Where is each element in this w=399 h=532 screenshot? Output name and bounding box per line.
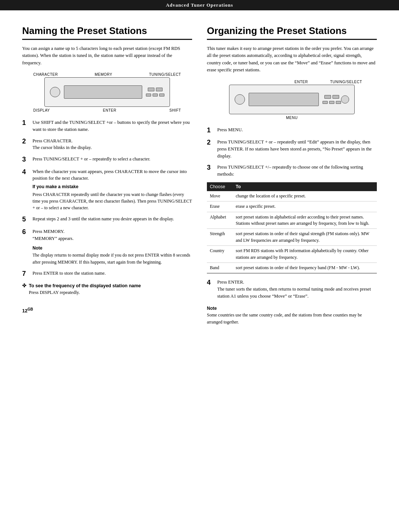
right-device-screen (249, 93, 319, 106)
step-7: 7 Press ENTER to store the station name. (22, 270, 192, 278)
header-bar: Advanced Tuner Operations (0, 0, 399, 10)
right-label-tuning: TUNING/SELECT (330, 80, 362, 84)
device-btn-5 (159, 94, 164, 96)
step-3: 3 Press TUNING/SELECT + or – repeatedly … (22, 156, 192, 164)
step-5: 5 Repeat steps 2 and 3 until the station… (22, 216, 192, 224)
right-device-illustration (229, 85, 355, 114)
step-1-content: Use SHIFT and the TUNING/SELECT +or – bu… (33, 119, 192, 133)
right-step-2-content: Press TUNING/SELECT + or – repeatedly un… (217, 139, 377, 159)
step-7-number: 7 (22, 270, 29, 278)
right-device-btn-5 (336, 101, 341, 104)
device-btn-4 (153, 94, 158, 96)
right-step-2-number: 2 (207, 139, 214, 159)
step-7-text: Press ENTER to store the station name. (33, 271, 106, 276)
label-display: DISPLAY (33, 108, 50, 112)
device-btn-1 (148, 88, 154, 91)
label-shift: SHIFT (170, 108, 181, 112)
right-diagram-labels-top: ENTER TUNING/SELECT (207, 80, 377, 84)
tip-content: To see the frequency of the displayed st… (29, 282, 192, 297)
tip-icon: ✤ (22, 282, 27, 289)
table-cell-to: sort FM RDS stations with PI information… (233, 246, 377, 263)
table-cell-to: sort preset stations in order of their f… (233, 262, 377, 273)
right-device-btn-4 (329, 101, 334, 104)
right-step-1: 1 Press MENU. (207, 126, 377, 135)
step-4-note-heading: If you make a mistake (33, 183, 192, 190)
label-character: CHARACTER (33, 72, 58, 77)
right-step-2-text: Press TUNING/SELECT + or – repeatedly un… (217, 139, 372, 159)
right-step-3-number: 3 (207, 164, 214, 178)
left-diagram-labels-top: CHARACTER MEMORY TUNING/SELECT (22, 72, 192, 77)
left-intro: You can assign a name up to 5 characters… (22, 45, 192, 67)
table-cell-choose: Alphabet (207, 212, 233, 229)
table-row: Alphabetsort preset stations in alphabet… (207, 212, 377, 229)
right-device-btn-3 (323, 101, 328, 104)
sort-table: Choose To Movechange the location of a s… (207, 182, 377, 274)
table-cell-to: erase a specific preset. (233, 201, 377, 212)
right-device-btn-1 (324, 95, 331, 99)
step-5-text: Repeat steps 2 and 3 until the station n… (33, 216, 174, 221)
right-step-3-text: Press TUNING/SELECT +/– repeatedly to ch… (217, 165, 363, 177)
step-6-text: Press MEMORY. (33, 229, 65, 234)
step-4-content: When the character you want appears, pre… (33, 168, 192, 211)
step-6: 6 Press MEMORY. “MEMORY” appears. Note T… (22, 228, 192, 265)
tip-bold-text: To see the frequency of the displayed st… (29, 283, 141, 288)
label-tuning-select: TUNING/SELECT (149, 72, 181, 77)
header-title: Advanced Tuner Operations (166, 2, 233, 8)
right-step-2: 2 Press TUNING/SELECT + or – repeatedly … (207, 139, 377, 159)
right-label-menu: MENU (207, 116, 377, 120)
step-2-text: Press CHARACTER. (33, 138, 72, 143)
step-4: 4 When the character you want appears, p… (22, 168, 192, 211)
right-device-knob (235, 94, 245, 105)
right-step-4-content: Press ENTER. The tuner sorts the station… (217, 279, 377, 299)
step-6-sub: “MEMORY” appears. (33, 236, 74, 241)
table-row: Bandsort preset stations in order of the… (207, 262, 377, 273)
step-2-content: Press CHARACTER. The cursor blinks in th… (33, 138, 192, 152)
step-2: 2 Press CHARACTER. The cursor blinks in … (22, 138, 192, 152)
table-header-to: To (233, 182, 377, 191)
page-number: 12GB (22, 307, 192, 314)
step-1-text: Use SHIFT and the TUNING/SELECT +or – bu… (33, 120, 190, 132)
step-1: 1 Use SHIFT and the TUNING/SELECT +or – … (22, 119, 192, 133)
right-label-enter: ENTER (294, 80, 308, 84)
right-column: Organizing the Preset Stations This tune… (207, 25, 377, 325)
right-intro: This tuner makes it easy to arrange pres… (207, 45, 377, 74)
right-step-4-number: 4 (207, 279, 214, 299)
device-screen (64, 85, 142, 99)
tip-body: Press DISPLAY repeatedly. (29, 290, 80, 295)
step-2-sub: The cursor blinks in the display. (33, 145, 92, 150)
step-4-note-text: Press CHARACTER repeatedly until the cha… (33, 191, 192, 211)
right-diagram: ENTER TUNING/SELECT (207, 80, 377, 120)
step-3-content: Press TUNING/SELECT + or – repeatedly to… (33, 156, 192, 164)
table-row: Strengthsort preset stations in order of… (207, 229, 377, 246)
right-step-1-number: 1 (207, 126, 214, 135)
right-step-3: 3 Press TUNING/SELECT +/– repeatedly to … (207, 164, 377, 178)
tip-section: ✤ To see the frequency of the displayed … (22, 282, 192, 297)
device-btn-3 (146, 94, 151, 96)
step-2-number: 2 (22, 138, 29, 152)
table-cell-choose: Band (207, 262, 233, 273)
step-1-number: 1 (22, 119, 29, 133)
step-3-number: 3 (22, 156, 29, 164)
table-cell-to: change the location of a specific preset… (233, 191, 377, 201)
right-note: Note Some countries use the same country… (207, 305, 377, 326)
right-step-4-sub: The tuner sorts the stations, then retur… (217, 287, 371, 299)
right-step-1-text: Press MENU. (217, 127, 243, 132)
table-cell-choose: Strength (207, 229, 233, 246)
step-6-note-body: The display returns to normal display mo… (33, 253, 190, 265)
table-cell-to: sort preset stations in alphabetical ord… (233, 212, 377, 229)
step-6-number: 6 (22, 228, 29, 265)
left-column: Naming the Preset Stations You can assig… (22, 25, 192, 325)
step-4-text: When the character you want appears, pre… (33, 169, 187, 181)
left-device-illustration (44, 77, 170, 107)
table-cell-choose: Country (207, 246, 233, 263)
device-knob-left (50, 87, 60, 97)
step-5-content: Repeat steps 2 and 3 until the station n… (33, 216, 192, 224)
step-6-note-title: Note (33, 245, 42, 251)
right-device-btn-2 (332, 95, 339, 99)
table-cell-choose: Move (207, 191, 233, 201)
left-diagram: CHARACTER MEMORY TUNING/SELECT (22, 72, 192, 112)
right-section-title: Organizing the Preset Stations (207, 25, 377, 40)
step-7-content: Press ENTER to store the station name. (33, 270, 192, 278)
right-step-4-text: Press ENTER. (217, 279, 244, 285)
step-6-content: Press MEMORY. “MEMORY” appears. Note The… (33, 228, 192, 265)
